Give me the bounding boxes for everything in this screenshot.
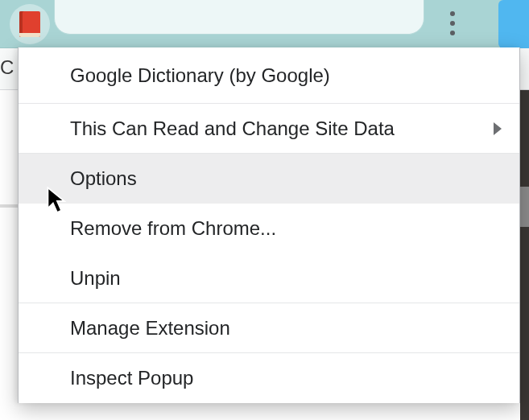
menu-item-options[interactable]: Options bbox=[19, 154, 519, 204]
menu-item-inspect-popup[interactable]: Inspect Popup bbox=[19, 353, 519, 403]
browser-menu-button[interactable] bbox=[434, 5, 471, 42]
chevron-right-icon bbox=[494, 122, 502, 135]
menu-item-label: Remove from Chrome... bbox=[70, 217, 276, 240]
address-bar-stub[interactable] bbox=[54, 0, 424, 35]
menu-item-label: This Can Read and Change Site Data bbox=[70, 117, 395, 140]
page-decoration-right bbox=[520, 90, 529, 420]
page-decoration bbox=[0, 204, 19, 208]
context-menu-title-text: Google Dictionary (by Google) bbox=[70, 64, 330, 87]
kebab-dot-icon bbox=[450, 11, 455, 16]
menu-item-label: Unpin bbox=[70, 267, 121, 290]
menu-item-unpin[interactable]: Unpin bbox=[19, 253, 519, 303]
bookmark-item-fragment[interactable]: C bbox=[0, 56, 14, 79]
menu-item-manage-extension[interactable]: Manage Extension bbox=[19, 303, 519, 353]
window-edge-panel bbox=[498, 0, 529, 48]
menu-item-remove[interactable]: Remove from Chrome... bbox=[19, 204, 519, 253]
extension-button[interactable] bbox=[10, 4, 50, 44]
menu-item-label: Manage Extension bbox=[70, 317, 230, 340]
kebab-dot-icon bbox=[450, 31, 455, 35]
book-icon bbox=[19, 11, 40, 37]
menu-item-site-data[interactable]: This Can Read and Change Site Data bbox=[19, 104, 519, 154]
kebab-dot-icon bbox=[450, 21, 455, 26]
menu-item-label: Options bbox=[70, 167, 137, 190]
context-menu-title: Google Dictionary (by Google) bbox=[19, 47, 519, 104]
menu-item-label: Inspect Popup bbox=[70, 367, 193, 389]
extension-context-menu: Google Dictionary (by Google) This Can R… bbox=[18, 47, 520, 403]
